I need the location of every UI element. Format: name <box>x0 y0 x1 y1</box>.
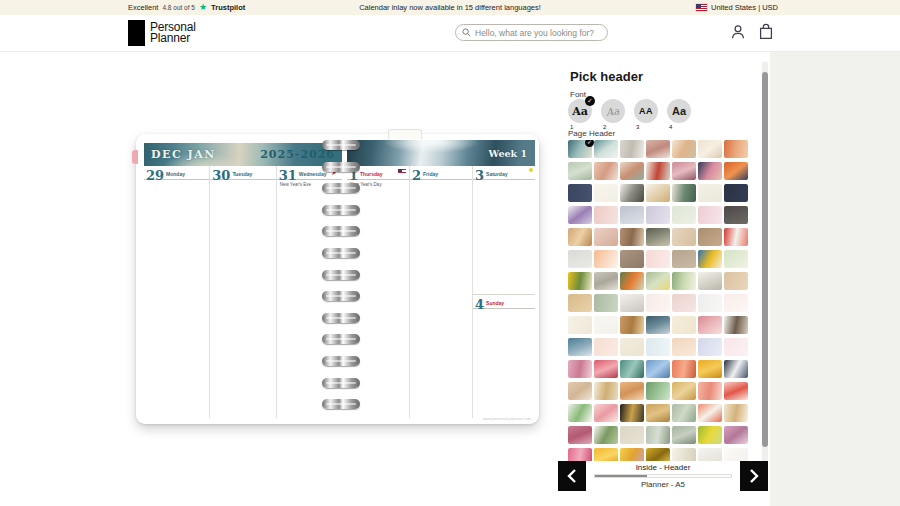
header-thumbnail[interactable] <box>646 140 670 158</box>
header-thumbnail[interactable] <box>698 382 722 400</box>
header-thumbnail[interactable] <box>698 316 722 334</box>
header-thumbnail[interactable] <box>698 206 722 224</box>
header-thumbnail[interactable] <box>724 272 748 290</box>
header-thumbnail[interactable] <box>568 184 592 202</box>
header-thumbnail[interactable] <box>594 162 618 180</box>
header-thumbnail[interactable] <box>672 382 696 400</box>
header-thumbnail[interactable] <box>646 382 670 400</box>
header-thumbnail[interactable] <box>620 228 644 246</box>
header-thumbnail[interactable] <box>568 294 592 312</box>
header-thumbnail[interactable] <box>724 316 748 334</box>
header-thumbnail[interactable] <box>594 382 618 400</box>
header-thumbnail[interactable] <box>646 228 670 246</box>
header-thumbnail[interactable] <box>698 162 722 180</box>
header-thumbnail[interactable] <box>620 294 644 312</box>
header-thumbnail[interactable] <box>568 250 592 268</box>
header-thumbnail[interactable] <box>568 338 592 356</box>
header-thumbnail[interactable] <box>698 272 722 290</box>
header-thumbnail[interactable] <box>620 382 644 400</box>
header-thumbnail[interactable] <box>698 184 722 202</box>
header-thumbnail[interactable] <box>620 404 644 422</box>
header-thumbnail[interactable] <box>646 448 670 461</box>
header-thumbnail[interactable] <box>568 272 592 290</box>
header-thumbnail[interactable] <box>620 360 644 378</box>
header-thumbnail[interactable] <box>698 140 722 158</box>
header-thumbnail[interactable] <box>646 250 670 268</box>
header-thumbnail[interactable] <box>646 272 670 290</box>
header-thumbnail[interactable] <box>620 162 644 180</box>
header-thumbnail[interactable] <box>568 426 592 444</box>
header-thumbnail[interactable] <box>698 294 722 312</box>
header-thumbnail[interactable] <box>724 162 748 180</box>
header-thumbnail[interactable] <box>620 338 644 356</box>
header-thumbnail[interactable] <box>646 316 670 334</box>
header-thumbnail[interactable] <box>620 426 644 444</box>
header-thumbnail[interactable] <box>594 184 618 202</box>
header-thumbnail[interactable] <box>594 272 618 290</box>
header-thumbnail[interactable] <box>646 338 670 356</box>
font-option-3[interactable]: AA3 <box>634 99 658 130</box>
header-thumbnail[interactable] <box>672 184 696 202</box>
header-thumbnail[interactable] <box>646 162 670 180</box>
header-thumbnail[interactable] <box>646 294 670 312</box>
header-thumbnail[interactable] <box>698 448 722 461</box>
header-thumbnail[interactable] <box>568 360 592 378</box>
header-thumbnail[interactable] <box>594 404 618 422</box>
header-thumbnail[interactable] <box>724 448 748 461</box>
header-thumbnail[interactable] <box>620 250 644 268</box>
header-thumbnail[interactable] <box>620 272 644 290</box>
header-thumbnail[interactable] <box>698 426 722 444</box>
header-thumbnail[interactable] <box>724 206 748 224</box>
header-thumbnail[interactable] <box>594 228 618 246</box>
header-thumbnail[interactable] <box>594 294 618 312</box>
header-thumbnail[interactable] <box>672 360 696 378</box>
header-thumbnail[interactable] <box>594 316 618 334</box>
logo[interactable]: Personal Planner <box>128 20 196 46</box>
header-thumbnail[interactable] <box>646 426 670 444</box>
header-thumbnail[interactable] <box>646 360 670 378</box>
header-thumbnail[interactable] <box>672 206 696 224</box>
header-thumbnail[interactable] <box>672 448 696 461</box>
font-option-4[interactable]: Aa4 <box>667 99 691 130</box>
header-thumbnail[interactable] <box>568 228 592 246</box>
header-thumbnail[interactable] <box>568 404 592 422</box>
font-option-1[interactable]: Aa✓1 <box>568 99 592 130</box>
header-thumbnail[interactable] <box>620 206 644 224</box>
font-option-2[interactable]: Aa2 <box>601 99 625 130</box>
header-thumbnail[interactable] <box>698 360 722 378</box>
header-thumbnail[interactable] <box>594 426 618 444</box>
header-thumbnail[interactable] <box>672 272 696 290</box>
header-thumbnail[interactable] <box>698 404 722 422</box>
header-thumbnail[interactable] <box>620 140 644 158</box>
header-thumbnail[interactable] <box>672 404 696 422</box>
search-bar[interactable] <box>455 24 608 41</box>
header-thumbnail[interactable] <box>724 382 748 400</box>
header-thumbnail[interactable] <box>646 184 670 202</box>
panel-scrollbar-thumb[interactable] <box>762 72 768 447</box>
header-thumbnail[interactable] <box>698 228 722 246</box>
header-thumbnail[interactable] <box>672 426 696 444</box>
header-thumbnail[interactable] <box>724 294 748 312</box>
header-thumbnail[interactable] <box>568 448 592 461</box>
header-thumbnail[interactable] <box>646 404 670 422</box>
header-thumbnail[interactable] <box>568 382 592 400</box>
header-thumbnail[interactable] <box>594 140 618 158</box>
left-page-header-band[interactable]: DEC JAN 2025-2026 <box>144 143 342 166</box>
header-thumbnail[interactable] <box>724 404 748 422</box>
header-thumbnail[interactable] <box>672 338 696 356</box>
header-thumbnail[interactable] <box>672 250 696 268</box>
account-icon[interactable] <box>729 23 747 41</box>
header-thumbnail[interactable] <box>724 426 748 444</box>
header-thumbnail[interactable] <box>672 228 696 246</box>
header-thumbnail[interactable] <box>672 140 696 158</box>
header-thumbnail[interactable] <box>724 250 748 268</box>
next-step-button[interactable] <box>740 461 768 491</box>
header-thumbnail[interactable]: ✓ <box>568 140 592 158</box>
previous-step-button[interactable] <box>558 461 586 491</box>
header-thumbnail[interactable] <box>672 316 696 334</box>
header-thumbnail[interactable] <box>620 184 644 202</box>
header-thumbnail[interactable] <box>698 338 722 356</box>
header-thumbnail[interactable] <box>568 162 592 180</box>
header-thumbnail[interactable] <box>568 316 592 334</box>
header-thumbnail[interactable] <box>724 140 748 158</box>
